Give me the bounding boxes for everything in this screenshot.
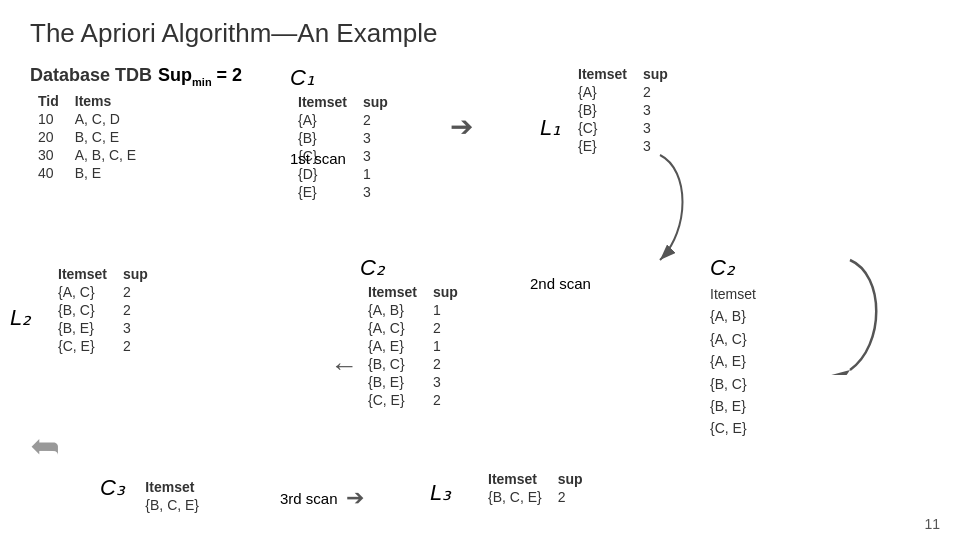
list-item: {A, C} [710,328,756,350]
scan-2nd-label: 2nd scan [530,275,591,292]
table-row: 30 A, B, C, E [30,146,144,164]
list-item: {A, B} [710,305,756,327]
c2b-label: C₂ [710,255,756,281]
table-row: {A, C}2 [360,319,466,337]
l3-label: L₃ [430,480,451,506]
table-row: 10 A, C, D [30,110,144,128]
db-col-tid: Tid [30,92,67,110]
c2b-items: Itemset {A, B} {A, C} {A, E} {B, C} {B, … [710,283,756,440]
db-col-items: Items [67,92,144,110]
table-row: {A}2 [290,111,396,129]
table-row: {B, E}3 [360,373,466,391]
main-content: Database TDB Supmin = 2 Tid Items 10 A, … [0,55,960,540]
db-label: Database TDB [30,65,152,86]
table-row: {B}3 [290,129,396,147]
scan-3rd-label: 3rd scan [280,490,338,507]
list-item: {B, C} [710,373,756,395]
arrow-c1-l1: ➔ [450,110,473,143]
table-row: {A, B}1 [360,301,466,319]
table-row: {B}3 [570,101,676,119]
table-row: {B, E}3 [50,319,156,337]
table-row: {D}1 [290,165,396,183]
table-row: {C, E}2 [360,391,466,409]
page-number: 11 [924,516,940,532]
table-row: {B, C}2 [50,301,156,319]
c3-section: C₃ Itemset {B, C, E} [100,475,207,514]
c2-right-section: C₂ Itemset {A, B} {A, C} {A, E} {B, C} {… [710,255,756,440]
arrow-c2-right [820,255,890,375]
curly-arrow-left: ➦ [30,425,60,467]
l2-label: L₂ [10,305,31,331]
table-row: {B, C}2 [360,355,466,373]
table-row: 40 B, E [30,164,144,182]
table-row: {C, E}2 [50,337,156,355]
c2-top-section: C₂ Itemset sup {A, B}1 {A, C}2 {A, E}1 {… [360,255,466,409]
l1-table: Itemset sup {A}2 {B}3 {C}3 {E}3 [570,65,676,155]
l2-section: L₂ Itemset sup {A, C}2 {B, C}2 {B, E}3 {… [30,265,156,355]
c1-label: C₁ [290,65,396,91]
c3-label: C₃ [100,475,125,500]
l1-section: L₁ Itemset sup {A}2 {B}3 {C}3 {E}3 [570,65,676,155]
arrow-c2-left: ← [330,350,358,382]
c2-top-table: Itemset sup {A, B}1 {A, C}2 {A, E}1 {B, … [360,283,466,409]
list-item: {B, E} [710,395,756,417]
supmin-sub: min [192,76,212,88]
l1-label: L₁ [540,115,561,141]
table-row: 20 B, C, E [30,128,144,146]
table-row: {E}3 [290,183,396,201]
arrow-l1-c2 [620,150,700,270]
supmin: Supmin = 2 [158,65,242,88]
list-item: Itemset [710,283,756,305]
l2-table: Itemset sup {A, C}2 {B, C}2 {B, E}3 {C, … [50,265,156,355]
scan-1st-label: 1st scan [290,150,346,167]
l3-table: Itemset sup {B, C, E}2 [480,470,591,506]
c3-table: Itemset {B, C, E} [137,478,207,514]
table-row: {B, C, E} [137,496,207,514]
db-table: Tid Items 10 A, C, D 20 B, C, E 30 A, B,… [30,92,144,182]
arrow-scan3: ➔ [346,485,364,511]
table-row: {B, C, E}2 [480,488,591,506]
table-row: {C}3 [570,119,676,137]
table-row: {A, E}1 [360,337,466,355]
list-item: {A, E} [710,350,756,372]
c1-table: Itemset sup {A}2 {B}3 {C}3 {D}1 {E}3 [290,93,396,201]
l3-section: Itemset sup {B, C, E}2 [480,470,591,506]
list-item: {C, E} [710,417,756,439]
c2-top-label: C₂ [360,255,466,281]
c1-section: C₁ Itemset sup {A}2 {B}3 {C}3 {D}1 {E}3 [290,65,396,201]
scan-3rd-section: 3rd scan ➔ [280,485,364,511]
table-row: {A}2 [570,83,676,101]
table-row: {A, C}2 [50,283,156,301]
db-section: Database TDB Supmin = 2 Tid Items 10 A, … [30,65,242,182]
page-title: The Apriori Algorithm—An Example [0,0,960,49]
